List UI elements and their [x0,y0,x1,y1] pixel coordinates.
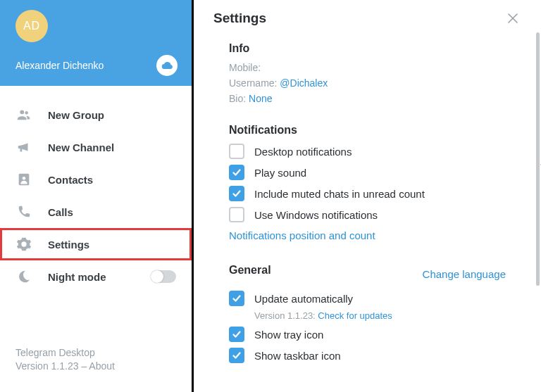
checkbox-include-muted[interactable]: Include muted chats in unread count [229,186,506,201]
checkbox-icon [229,186,244,201]
night-mode-toggle[interactable] [151,270,176,283]
menu-label: Settings [48,239,89,251]
footer-appname: Telegram Desktop [15,346,176,360]
sidebar-footer: Telegram Desktop Version 1.1.23 – About [0,346,192,392]
menu-item-settings[interactable]: Settings [0,228,192,260]
bio-link[interactable]: None [249,93,272,104]
phone-icon [15,203,32,220]
user-name: Alexander Dichenko [15,60,104,71]
checkbox-windows-notifications[interactable]: Use Windows notifications [229,207,506,222]
notifications-position-link[interactable]: Notifications position and count [229,229,375,241]
section-general: General Change language Update automatic… [229,254,506,374]
footer-version: Version 1.1.23 – [15,360,89,372]
menu-label: Calls [48,206,73,218]
menu-item-new-group[interactable]: New Group [0,99,192,131]
notifications-heading: Notifications [229,124,506,137]
menu-label: New Group [48,109,104,121]
svg-point-1 [25,111,27,114]
info-username: Username: @Dichalex [229,77,506,89]
checkbox-show-taskbar[interactable]: Show taskbar icon [229,348,506,363]
general-heading: General [229,264,271,277]
close-button[interactable] [504,10,521,27]
username-link[interactable]: @Dichalex [280,77,328,89]
settings-scroll[interactable]: Info Mobile: Username: @Dichalex Bio: No… [194,32,541,392]
info-mobile: Mobile: [229,62,506,73]
contact-icon [15,171,32,188]
svg-point-0 [20,110,24,114]
menu-label: Night mode [48,271,106,283]
checkbox-label: Show tray icon [254,329,323,341]
checkbox-icon [229,207,244,222]
check-updates-link[interactable]: Check for updates [318,310,392,321]
section-notifications: Notifications Desktop notifications Play… [229,114,506,254]
checkbox-desktop-notifications[interactable]: Desktop notifications [229,144,506,159]
menu-label: New Channel [48,141,114,153]
avatar-initials: AD [23,20,40,32]
avatar[interactable]: AD [15,10,48,42]
about-link[interactable]: About [89,360,115,372]
section-info: Info Mobile: Username: @Dichalex Bio: No… [229,32,506,114]
checkbox-icon [229,327,244,342]
checkbox-label: Show taskbar icon [254,350,341,362]
menu-item-contacts[interactable]: Contacts [0,163,192,196]
checkbox-label: Use Windows notifications [254,209,378,221]
checkbox-update-auto[interactable]: Update automatically [229,291,506,306]
checkbox-label: Play sound [254,167,306,179]
sidebar-menu: New Group New Channel Contacts Calls Set… [0,86,192,346]
gear-icon [15,236,32,253]
scrollbar[interactable] [536,32,540,286]
group-icon [15,106,32,123]
checkbox-play-sound[interactable]: Play sound [229,165,506,180]
change-language-link[interactable]: Change language [423,268,506,280]
checkbox-icon [229,291,244,306]
sidebar-header: AD Alexander Dichenko [0,0,192,86]
megaphone-icon [15,139,32,156]
checkbox-icon [229,144,244,159]
checkbox-icon [229,165,244,180]
svg-point-3 [23,177,26,180]
menu-item-night-mode[interactable]: Night mode [0,260,192,293]
cloud-icon [161,61,173,70]
menu-item-calls[interactable]: Calls [0,196,192,228]
close-icon [507,13,518,24]
info-bio: Bio: None [229,93,506,104]
moon-icon [15,268,32,285]
checkbox-label: Include muted chats in unread count [254,188,425,200]
checkbox-icon [229,348,244,363]
page-title: Settings [213,11,266,26]
menu-label: Contacts [48,174,93,186]
checkbox-label: Update automatically [254,293,353,305]
checkbox-show-tray[interactable]: Show tray icon [229,327,506,342]
info-heading: Info [229,42,506,55]
cloud-button[interactable] [156,55,178,76]
update-subtext: Version 1.1.23: Check for updates [254,310,506,321]
menu-item-new-channel[interactable]: New Channel [0,131,192,163]
checkbox-label: Desktop notifications [254,146,352,158]
